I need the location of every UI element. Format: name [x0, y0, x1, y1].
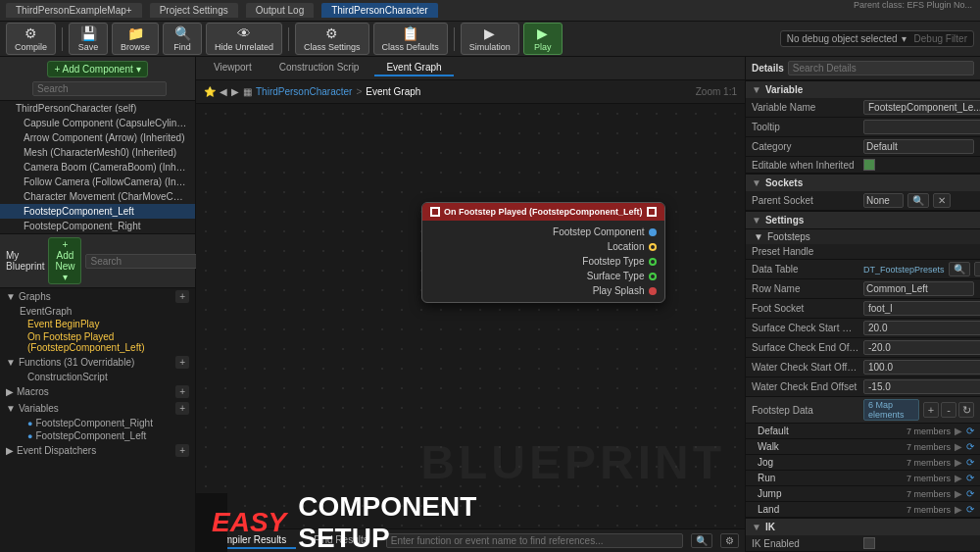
event-graph-tab[interactable]: Event Graph [374, 60, 453, 76]
component-arrow[interactable]: Arrow Component (Arrow) (Inherited) [0, 130, 195, 145]
add-variable-button[interactable]: + [175, 402, 189, 415]
water-check-end-input[interactable] [863, 379, 980, 394]
footstep-data-default[interactable]: Default 7 members ▶ ⟳ [746, 424, 980, 439]
footsteps-subsection-header[interactable]: ▼ Footsteps [746, 228, 980, 244]
pin-dot-footstep-type [649, 258, 657, 266]
settings-section-label: Settings [765, 215, 804, 226]
save-button[interactable]: 💾 Save [69, 23, 108, 55]
add-component-button[interactable]: + Add Component ▾ [47, 61, 147, 77]
component-mesh[interactable]: Mesh (CharacterMesh0) (Inherited) [0, 145, 195, 160]
triangle-icon-functions: ▼ [6, 357, 16, 368]
debug-filter[interactable]: No debug object selected ▾ Debug Filter [780, 30, 974, 47]
graph-canvas[interactable]: On Footstep Played (FootstepComponent_Le… [196, 104, 745, 528]
footstep-data-land[interactable]: Land 7 members ▶ ⟳ [746, 502, 980, 518]
component-footstep-right[interactable]: FootstepComponent_Right [0, 219, 195, 233]
data-table-arrow-button[interactable]: → [974, 262, 980, 276]
footstep-data-jump[interactable]: Jump 7 members ▶ ⟳ [746, 486, 980, 502]
variable-footstep-left[interactable]: ● FootstepComponent_Left [0, 429, 195, 442]
fdi-run-count: 7 members [906, 474, 951, 483]
details-search-input[interactable] [788, 61, 974, 75]
topbar-tab-1[interactable]: ThirdPersonExampleMap+ [6, 3, 142, 18]
variable-name-input[interactable] [863, 100, 980, 115]
topbar-tab-4[interactable]: ThirdPersonCharacter [321, 3, 437, 18]
debug-filter-text: No debug object selected [787, 33, 898, 44]
sockets-section-header[interactable]: ▼ Sockets [746, 174, 980, 191]
component-capsule[interactable]: Capsule Component (CapsuleCylinder) (Inh… [0, 116, 195, 130]
node-pin-surface-type: Surface Type [422, 269, 664, 283]
browse-button[interactable]: 📁 Browse [112, 23, 159, 55]
topbar-tab-2[interactable]: Project Settings [150, 3, 238, 18]
surface-check-start-input[interactable] [863, 321, 980, 335]
construction-script-item[interactable]: ConstructionScript [0, 371, 195, 383]
data-table-search-button[interactable]: 🔍 [949, 262, 970, 276]
viewport-tab[interactable]: Viewport [202, 60, 264, 76]
settings-section-header[interactable]: ▼ Settings [746, 211, 980, 228]
simulation-button[interactable]: ▶ Simulation [461, 23, 519, 55]
event-dispatchers-header[interactable]: ▶ Event Dispatchers + [0, 442, 195, 459]
footstep-data-walk[interactable]: Walk 7 members ▶ ⟳ [746, 439, 980, 455]
socket-clear-button[interactable]: ✕ [933, 193, 951, 208]
component-footstep-left[interactable]: FootstepComponent_Left [0, 204, 195, 219]
nav-forward-icon[interactable]: ▶ [231, 86, 239, 97]
water-check-start-input[interactable] [863, 360, 980, 375]
compile-icon: ⚙ [24, 25, 37, 41]
components-search-input[interactable] [32, 81, 167, 96]
class-defaults-button[interactable]: 📋 Class Defaults [373, 23, 448, 55]
functions-section-header[interactable]: ▼ Functions (31 Overridable) + [0, 354, 195, 371]
remove-footstep-data-button[interactable]: - [941, 402, 956, 418]
tooltip-row: Tooltip [746, 118, 980, 137]
add-graph-button[interactable]: + [175, 290, 189, 303]
row-name-row: Row Name Common_Left [746, 279, 980, 299]
class-settings-button[interactable]: ⚙ Class Settings [295, 23, 369, 55]
foot-socket-input[interactable] [863, 301, 980, 316]
tooltip-input[interactable] [863, 120, 980, 134]
ik-enabled-row: IK Enabled [746, 535, 980, 552]
main-area: + Add Component ▾ ThirdPersonCharacter (… [0, 57, 980, 552]
component-camera-boom[interactable]: Camera Boom (CameraBoom) (Inherited) [0, 160, 195, 175]
graphs-section-header[interactable]: ▼ Graphs + [0, 288, 195, 305]
bp-event-beginplay[interactable]: Event BeginPlay [0, 318, 195, 330]
bp-event-footstep[interactable]: On Footstep Played (FootstepComponent_Le… [0, 330, 195, 354]
find-button[interactable]: 🔍 Find [163, 23, 202, 55]
editable-checkbox[interactable] [863, 159, 875, 171]
surface-check-end-input[interactable] [863, 340, 980, 355]
add-dispatcher-button[interactable]: + [175, 444, 189, 457]
search-submit-button[interactable]: 🔍 [691, 533, 712, 548]
footsteps-label: Footsteps [767, 231, 810, 242]
fdi-land-icon: ⟳ [966, 504, 974, 515]
nav-back-icon[interactable]: ◀ [220, 86, 227, 97]
editable-row: Editable when Inherited [746, 157, 980, 174]
add-new-button[interactable]: + Add New ▾ [48, 237, 81, 284]
add-macro-button[interactable]: + [175, 385, 189, 398]
refresh-footstep-data-button[interactable]: ↻ [958, 402, 974, 418]
variable-section-header[interactable]: ▼ Variable [746, 80, 980, 98]
breadcrumb-character-link[interactable]: ThirdPersonCharacter [256, 86, 352, 97]
add-function-button[interactable]: + [175, 356, 189, 369]
surface-check-start-row: Surface Check Start Offset ✓ [746, 319, 980, 338]
play-button[interactable]: ▶ Play [523, 23, 563, 55]
row-name-select[interactable]: Common_Left [863, 281, 974, 296]
add-footstep-data-button[interactable]: + [923, 402, 939, 418]
topbar-tab-3[interactable]: Output Log [246, 3, 314, 18]
variables-section-header[interactable]: ▼ Variables + [0, 400, 195, 417]
compile-button[interactable]: ⚙ Compile [6, 23, 56, 55]
hide-unrelated-button[interactable]: 👁 Hide Unrelated [206, 23, 282, 55]
ik-section-header[interactable]: ▼ IK [746, 518, 980, 535]
construction-script-tab[interactable]: Construction Scrip [268, 60, 371, 76]
event-graph-item[interactable]: EventGraph [0, 305, 195, 318]
component-follow-camera[interactable]: Follow Camera (FollowCamera) (Inherited) [0, 175, 195, 189]
bottom-settings-button[interactable]: ⚙ [720, 533, 739, 548]
ik-enabled-checkbox[interactable] [863, 537, 875, 549]
category-select[interactable]: Default [863, 139, 974, 154]
parent-socket-select[interactable]: None [863, 193, 904, 208]
socket-search-button[interactable]: 🔍 [907, 193, 929, 208]
class-settings-label: Class Settings [304, 42, 361, 52]
node-pin-play-splash: Play Splash [422, 283, 664, 298]
triangle-icon: ▼ [6, 291, 16, 302]
component-self[interactable]: ThirdPersonCharacter (self) [0, 101, 195, 116]
footstep-data-jog[interactable]: Jog 7 members ▶ ⟳ [746, 455, 980, 471]
footstep-data-run[interactable]: Run 7 members ▶ ⟳ [746, 471, 980, 486]
component-char-movement[interactable]: Character Movement (CharMoveComp) (Inher… [0, 189, 195, 204]
variable-footstep-right[interactable]: ● FootstepComponent_Right [0, 417, 195, 429]
macros-section-header[interactable]: ▶ Macros + [0, 383, 195, 400]
